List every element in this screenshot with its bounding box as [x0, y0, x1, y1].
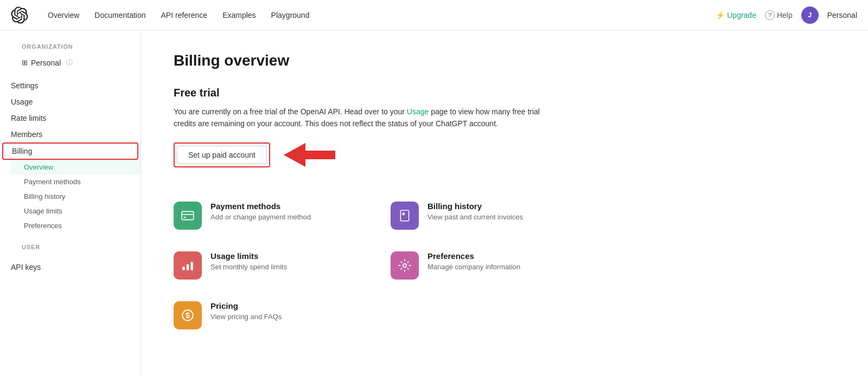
card-payment-methods[interactable]: Payment methods Add or change payment me… [174, 191, 391, 241]
setup-btn-wrapper: Set up paid account [174, 142, 270, 167]
sidebar-item-rate-limits[interactable]: Rate limits [0, 110, 141, 126]
org-section-label: ORGANIZATION [11, 43, 130, 50]
nav-link-examples[interactable]: Examples [216, 8, 262, 23]
svg-rect-2 [183, 217, 186, 218]
billing-history-icon [391, 202, 419, 230]
payment-methods-icon [174, 202, 202, 230]
card-preferences-title: Preferences [427, 251, 520, 261]
nav-link-documentation[interactable]: Documentation [88, 8, 152, 23]
card-payment-methods-text: Payment methods Add or change payment me… [210, 202, 311, 221]
svg-rect-1 [182, 211, 194, 219]
top-navigation: Overview Documentation API reference Exa… [0, 0, 868, 30]
user-section-label: USER [11, 244, 130, 250]
page-layout: ORGANIZATION ⊞ Personal ⓘ Settings Usage… [0, 30, 868, 376]
card-pricing-title: Pricing [210, 301, 282, 310]
cta-row: Set up paid account [174, 141, 835, 169]
sidebar-sub-overview[interactable]: Overview [11, 160, 141, 174]
preferences-icon [391, 251, 419, 280]
page-title: Billing overview [174, 52, 835, 69]
card-usage-limits-text: Usage limits Set monthly spend limits [210, 251, 287, 271]
card-payment-methods-title: Payment methods [210, 202, 311, 211]
svg-point-8 [403, 264, 407, 268]
card-usage-limits[interactable]: Usage limits Set monthly spend limits [174, 241, 391, 290]
avatar[interactable]: J [801, 7, 819, 24]
free-trial-heading: Free trial [174, 87, 835, 99]
nav-link-playground[interactable]: Playground [265, 8, 316, 23]
card-billing-history-title: Billing history [427, 202, 523, 211]
card-pricing[interactable]: $ Pricing View pricing and FAQs [174, 290, 391, 340]
setup-paid-account-button[interactable]: Set up paid account [177, 146, 267, 164]
bolt-icon: ⚡ [716, 11, 725, 20]
card-billing-history[interactable]: Billing history View past and current in… [391, 191, 608, 241]
nav-link-overview[interactable]: Overview [41, 8, 86, 23]
sidebar-sub-preferences[interactable]: Preferences [11, 218, 141, 233]
arrow-icon [281, 141, 341, 169]
svg-text:$: $ [186, 311, 190, 320]
sidebar-item-billing[interactable]: Billing [2, 142, 138, 160]
sidebar-sub-usage-limits[interactable]: Usage limits [11, 204, 141, 218]
card-pricing-desc: View pricing and FAQs [210, 313, 282, 321]
free-trial-description: You are currently on a free trial of the… [174, 106, 542, 130]
grid-icon: ⊞ [22, 59, 28, 67]
nav-link-api-reference[interactable]: API reference [155, 8, 214, 23]
sidebar-sub-billing-history[interactable]: Billing history [11, 189, 141, 204]
help-label: Help [777, 11, 793, 20]
sidebar-item-personal[interactable]: ⊞ Personal ⓘ [11, 54, 130, 71]
card-billing-history-text: Billing history View past and current in… [427, 202, 523, 221]
svg-rect-6 [187, 264, 189, 270]
topnav-right: ⚡ Upgrade ? Help J Personal [716, 7, 857, 24]
red-arrow [281, 141, 341, 169]
card-usage-limits-title: Usage limits [210, 251, 287, 261]
svg-rect-5 [182, 267, 184, 270]
card-pricing-text: Pricing View pricing and FAQs [210, 301, 282, 321]
upgrade-label: Upgrade [727, 11, 756, 20]
sidebar-item-settings[interactable]: Settings [0, 77, 141, 94]
help-circle-icon: ? [765, 10, 775, 20]
main-content: Billing overview Free trial You are curr… [141, 30, 868, 376]
card-payment-methods-desc: Add or change payment method [210, 213, 311, 221]
pricing-icon: $ [174, 301, 202, 329]
upgrade-button[interactable]: ⚡ Upgrade [716, 11, 756, 20]
sidebar-sub-payment-methods[interactable]: Payment methods [11, 174, 141, 189]
sidebar-item-members[interactable]: Members [0, 126, 141, 142]
card-billing-history-desc: View past and current invoices [427, 213, 523, 221]
card-preferences-text: Preferences Manage company information [427, 251, 520, 271]
cards-grid: Payment methods Add or change payment me… [174, 191, 608, 340]
usage-limits-icon [174, 251, 202, 280]
card-preferences[interactable]: Preferences Manage company information [391, 241, 608, 290]
personal-item-label: Personal [31, 59, 61, 67]
nav-links: Overview Documentation API reference Exa… [41, 8, 716, 23]
svg-rect-3 [400, 210, 409, 221]
sidebar-item-usage[interactable]: Usage [0, 94, 141, 110]
billing-subnav: Overview Payment methods Billing history… [0, 160, 141, 233]
logo[interactable] [11, 7, 28, 24]
sidebar: ORGANIZATION ⊞ Personal ⓘ Settings Usage… [0, 30, 141, 376]
info-icon: ⓘ [66, 58, 73, 67]
personal-label[interactable]: Personal [827, 11, 857, 20]
svg-rect-4 [403, 212, 405, 215]
svg-marker-0 [284, 143, 335, 167]
help-button[interactable]: ? Help [765, 10, 793, 20]
card-usage-limits-desc: Set monthly spend limits [210, 263, 287, 271]
svg-rect-7 [190, 262, 193, 270]
card-preferences-desc: Manage company information [427, 263, 520, 271]
sidebar-item-api-keys[interactable]: API keys [0, 259, 141, 275]
usage-link[interactable]: Usage [407, 107, 429, 116]
